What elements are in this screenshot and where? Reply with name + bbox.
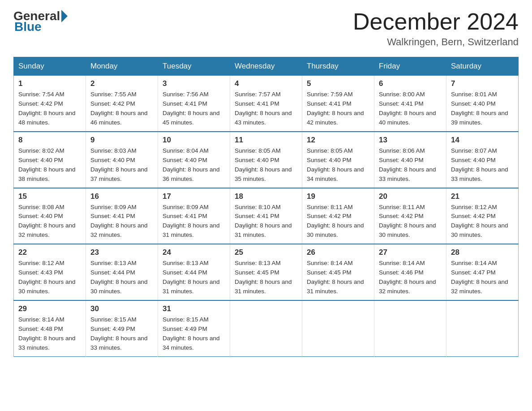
day-number: 23 xyxy=(90,248,153,257)
day-info: Sunrise: 7:59 AMSunset: 4:41 PMDaylight:… xyxy=(307,90,369,128)
calendar-cell: 23Sunrise: 8:13 AMSunset: 4:44 PMDayligh… xyxy=(86,244,158,300)
calendar-cell: 8Sunrise: 8:02 AMSunset: 4:40 PMDaylight… xyxy=(14,132,86,188)
calendar-cell xyxy=(230,300,302,356)
calendar-cell: 24Sunrise: 8:13 AMSunset: 4:44 PMDayligh… xyxy=(158,244,230,300)
day-info: Sunrise: 8:11 AMSunset: 4:42 PMDaylight:… xyxy=(307,203,369,240)
calendar-week-row: 29Sunrise: 8:14 AMSunset: 4:48 PMDayligh… xyxy=(14,300,519,356)
day-number: 11 xyxy=(235,136,297,145)
calendar-cell: 31Sunrise: 8:15 AMSunset: 4:49 PMDayligh… xyxy=(158,300,230,356)
calendar-cell: 1Sunrise: 7:54 AMSunset: 4:42 PMDaylight… xyxy=(14,76,86,132)
day-info: Sunrise: 8:13 AMSunset: 4:44 PMDaylight:… xyxy=(90,259,153,296)
day-info: Sunrise: 8:09 AMSunset: 4:41 PMDaylight:… xyxy=(90,203,153,240)
day-number: 22 xyxy=(18,248,81,257)
day-number: 17 xyxy=(163,192,225,201)
day-number: 18 xyxy=(235,192,297,201)
calendar-cell: 12Sunrise: 8:05 AMSunset: 4:40 PMDayligh… xyxy=(302,132,374,188)
day-number: 9 xyxy=(90,136,153,145)
calendar-cell: 6Sunrise: 8:00 AMSunset: 4:41 PMDaylight… xyxy=(374,76,446,132)
calendar-cell: 5Sunrise: 7:59 AMSunset: 4:41 PMDaylight… xyxy=(302,76,374,132)
day-info: Sunrise: 8:06 AMSunset: 4:40 PMDaylight:… xyxy=(379,146,442,184)
calendar-cell xyxy=(302,300,374,356)
day-number: 7 xyxy=(451,79,514,88)
day-info: Sunrise: 7:54 AMSunset: 4:42 PMDaylight:… xyxy=(18,90,81,128)
calendar-cell: 11Sunrise: 8:05 AMSunset: 4:40 PMDayligh… xyxy=(230,132,302,188)
calendar-cell xyxy=(374,300,446,356)
calendar-cell: 27Sunrise: 8:14 AMSunset: 4:46 PMDayligh… xyxy=(374,244,446,300)
day-number: 5 xyxy=(307,79,369,88)
calendar-table: SundayMondayTuesdayWednesdayThursdayFrid… xyxy=(13,57,519,356)
day-number: 14 xyxy=(451,136,514,145)
day-info: Sunrise: 8:13 AMSunset: 4:44 PMDaylight:… xyxy=(163,259,225,296)
calendar-cell: 15Sunrise: 8:08 AMSunset: 4:40 PMDayligh… xyxy=(14,188,86,244)
calendar-week-row: 22Sunrise: 8:12 AMSunset: 4:43 PMDayligh… xyxy=(14,244,519,300)
calendar-cell: 29Sunrise: 8:14 AMSunset: 4:48 PMDayligh… xyxy=(14,300,86,356)
day-info: Sunrise: 8:12 AMSunset: 4:43 PMDaylight:… xyxy=(18,259,81,296)
header-day-tuesday: Tuesday xyxy=(158,57,230,76)
calendar-cell: 17Sunrise: 8:09 AMSunset: 4:41 PMDayligh… xyxy=(158,188,230,244)
day-number: 2 xyxy=(90,79,153,88)
day-number: 21 xyxy=(451,192,514,201)
day-info: Sunrise: 8:09 AMSunset: 4:41 PMDaylight:… xyxy=(163,203,225,240)
day-info: Sunrise: 8:15 AMSunset: 4:49 PMDaylight:… xyxy=(90,315,153,353)
day-number: 3 xyxy=(163,79,225,88)
calendar-week-row: 15Sunrise: 8:08 AMSunset: 4:40 PMDayligh… xyxy=(14,188,519,244)
day-info: Sunrise: 8:05 AMSunset: 4:40 PMDaylight:… xyxy=(307,146,369,184)
calendar-cell: 30Sunrise: 8:15 AMSunset: 4:49 PMDayligh… xyxy=(86,300,158,356)
day-number: 29 xyxy=(18,304,81,313)
header-day-friday: Friday xyxy=(374,57,446,76)
day-number: 8 xyxy=(18,136,81,145)
calendar-cell: 4Sunrise: 7:57 AMSunset: 4:41 PMDaylight… xyxy=(230,76,302,132)
day-info: Sunrise: 8:15 AMSunset: 4:49 PMDaylight:… xyxy=(163,315,225,353)
day-info: Sunrise: 8:02 AMSunset: 4:40 PMDaylight:… xyxy=(18,146,81,184)
day-info: Sunrise: 8:04 AMSunset: 4:40 PMDaylight:… xyxy=(163,146,225,184)
day-info: Sunrise: 8:13 AMSunset: 4:45 PMDaylight:… xyxy=(235,259,297,296)
calendar-cell: 3Sunrise: 7:56 AMSunset: 4:41 PMDaylight… xyxy=(158,76,230,132)
day-number: 26 xyxy=(307,248,369,257)
day-number: 1 xyxy=(18,79,81,88)
day-number: 19 xyxy=(307,192,369,201)
calendar-cell: 18Sunrise: 8:10 AMSunset: 4:41 PMDayligh… xyxy=(230,188,302,244)
day-info: Sunrise: 8:14 AMSunset: 4:46 PMDaylight:… xyxy=(379,259,442,296)
day-info: Sunrise: 8:11 AMSunset: 4:42 PMDaylight:… xyxy=(379,203,442,240)
calendar-cell: 13Sunrise: 8:06 AMSunset: 4:40 PMDayligh… xyxy=(374,132,446,188)
header-day-saturday: Saturday xyxy=(446,57,519,76)
day-number: 30 xyxy=(90,304,153,313)
logo-arrow-icon xyxy=(61,10,68,22)
day-number: 25 xyxy=(235,248,297,257)
header-day-thursday: Thursday xyxy=(302,57,374,76)
day-info: Sunrise: 8:03 AMSunset: 4:40 PMDaylight:… xyxy=(90,146,153,184)
header-day-monday: Monday xyxy=(86,57,158,76)
day-number: 10 xyxy=(163,136,225,145)
month-title: December 2024 xyxy=(353,9,519,34)
calendar-header-row: SundayMondayTuesdayWednesdayThursdayFrid… xyxy=(14,57,519,76)
header-day-sunday: Sunday xyxy=(14,57,86,76)
location-text: Walkringen, Bern, Switzerland xyxy=(353,36,519,48)
calendar-cell: 7Sunrise: 8:01 AMSunset: 4:40 PMDaylight… xyxy=(446,76,519,132)
header-day-wednesday: Wednesday xyxy=(230,57,302,76)
day-info: Sunrise: 8:08 AMSunset: 4:40 PMDaylight:… xyxy=(18,203,81,240)
day-info: Sunrise: 8:14 AMSunset: 4:48 PMDaylight:… xyxy=(18,315,81,353)
calendar-cell: 19Sunrise: 8:11 AMSunset: 4:42 PMDayligh… xyxy=(302,188,374,244)
day-number: 4 xyxy=(235,79,297,88)
calendar-cell: 28Sunrise: 8:14 AMSunset: 4:47 PMDayligh… xyxy=(446,244,519,300)
page-header: General Blue December 2024 Walkringen, B… xyxy=(13,9,519,48)
day-info: Sunrise: 8:05 AMSunset: 4:40 PMDaylight:… xyxy=(235,146,297,184)
day-number: 16 xyxy=(90,192,153,201)
day-info: Sunrise: 8:14 AMSunset: 4:45 PMDaylight:… xyxy=(307,259,369,296)
day-info: Sunrise: 8:01 AMSunset: 4:40 PMDaylight:… xyxy=(451,90,514,128)
day-info: Sunrise: 7:56 AMSunset: 4:41 PMDaylight:… xyxy=(163,90,225,128)
day-number: 15 xyxy=(18,192,81,201)
day-info: Sunrise: 7:57 AMSunset: 4:41 PMDaylight:… xyxy=(235,90,297,128)
day-number: 13 xyxy=(379,136,442,145)
day-info: Sunrise: 8:00 AMSunset: 4:41 PMDaylight:… xyxy=(379,90,442,128)
day-info: Sunrise: 8:07 AMSunset: 4:40 PMDaylight:… xyxy=(451,146,514,184)
calendar-week-row: 1Sunrise: 7:54 AMSunset: 4:42 PMDaylight… xyxy=(14,76,519,132)
day-number: 28 xyxy=(451,248,514,257)
calendar-week-row: 8Sunrise: 8:02 AMSunset: 4:40 PMDaylight… xyxy=(14,132,519,188)
day-number: 12 xyxy=(307,136,369,145)
day-number: 6 xyxy=(379,79,442,88)
day-info: Sunrise: 8:10 AMSunset: 4:41 PMDaylight:… xyxy=(235,203,297,240)
calendar-cell: 2Sunrise: 7:55 AMSunset: 4:42 PMDaylight… xyxy=(86,76,158,132)
calendar-cell xyxy=(446,300,519,356)
calendar-cell: 22Sunrise: 8:12 AMSunset: 4:43 PMDayligh… xyxy=(14,244,86,300)
